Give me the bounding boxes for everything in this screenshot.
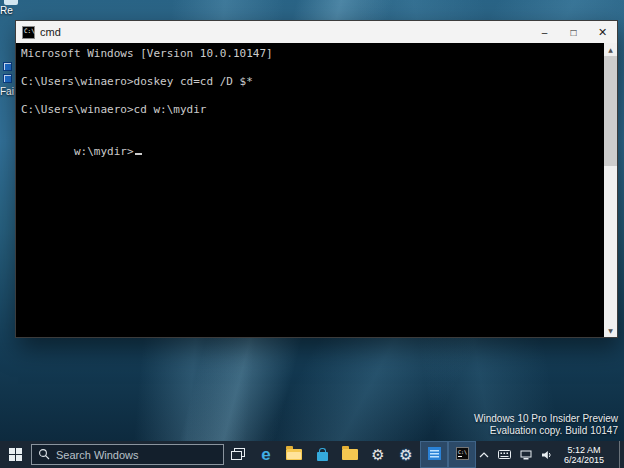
cmd-window: cmd – □ ✕ Microsoft Windows [Version 10.… (15, 20, 618, 338)
network-button[interactable] (520, 450, 532, 460)
window-title: cmd (40, 26, 61, 38)
touch-keyboard-button[interactable] (498, 450, 511, 459)
task-view-button[interactable] (224, 441, 252, 468)
close-button[interactable]: ✕ (588, 21, 617, 43)
tray-date: 6/24/2015 (564, 455, 604, 465)
cmd-icon (22, 26, 35, 39)
volume-icon (541, 450, 553, 460)
console-line: C:\Users\winaero>cd w:\mydir (21, 103, 599, 117)
task-view-icon (231, 446, 245, 464)
tray-time: 5:12 AM (564, 445, 604, 455)
console-line (21, 117, 599, 131)
watermark-line2: Evaluation copy. Build 10147 (474, 425, 618, 437)
tools-button[interactable]: ⚙ (392, 441, 420, 468)
network-icon (520, 450, 532, 460)
console-line (21, 61, 599, 75)
app-window-button[interactable] (420, 441, 448, 468)
desktop-icon-label: Re (0, 5, 13, 16)
app-window-icon (428, 446, 441, 464)
system-tray: 5:12 AM 6/24/2015 (479, 441, 624, 468)
scroll-down-icon[interactable]: ▼ (604, 324, 617, 337)
scroll-up-icon[interactable]: ▲ (604, 43, 617, 56)
windows-logo-icon (9, 448, 22, 461)
file-explorer-icon (286, 449, 302, 460)
scrollbar[interactable]: ▲ ▼ (604, 43, 617, 337)
console-prompt: w:\mydir> (74, 145, 134, 158)
clock[interactable]: 5:12 AM 6/24/2015 (562, 445, 606, 465)
desktop-icon-recycle-bin[interactable]: Re (0, 0, 18, 16)
console-line (21, 89, 599, 103)
console-prompt-line: w:\mydir> (21, 131, 599, 173)
cmd-titlebar[interactable]: cmd – □ ✕ (16, 21, 617, 43)
settings-button[interactable]: ⚙ (364, 441, 392, 468)
desktop: Re Fai Windows 10 Pro Insider Preview Ev… (0, 0, 624, 441)
maximize-button[interactable]: □ (559, 21, 588, 43)
file-explorer-button[interactable] (280, 441, 308, 468)
tray-expand-button[interactable] (479, 452, 489, 458)
cmd-icon: C:\ (456, 446, 469, 464)
console-output[interactable]: Microsoft Windows [Version 10.0.10147] C… (16, 43, 617, 337)
watermark: Windows 10 Pro Insider Preview Evaluatio… (474, 413, 618, 437)
keyboard-icon (498, 450, 511, 459)
show-desktop-button[interactable] (619, 441, 624, 468)
shortcut-icon (3, 62, 12, 83)
scrollbar-thumb[interactable] (604, 56, 617, 166)
store-icon (317, 452, 328, 461)
desktop-icon-fai[interactable]: Fai (0, 62, 14, 97)
chevron-up-icon (479, 452, 489, 458)
search-placeholder: Search Windows (56, 449, 139, 461)
gear-icon: ⚙ (371, 447, 384, 462)
search-box[interactable]: Search Windows (31, 444, 224, 465)
store-button[interactable] (308, 441, 336, 468)
taskbar: Search Windows e ⚙ ⚙ C:\ (0, 441, 624, 468)
edge-icon: e (261, 446, 270, 463)
gear-icon: ⚙ (399, 447, 412, 462)
folder-icon (342, 449, 358, 460)
minimize-button[interactable]: – (530, 21, 559, 43)
svg-text:C:\: C:\ (458, 448, 467, 454)
search-icon (38, 446, 50, 464)
cmd-taskbar-button[interactable]: C:\ (448, 441, 476, 468)
console-cursor (135, 153, 142, 155)
console-line: Microsoft Windows [Version 10.0.10147] (21, 47, 599, 61)
folder-button[interactable] (336, 441, 364, 468)
desktop-icon-label: Fai (0, 86, 14, 97)
console-line: C:\Users\winaero>doskey cd=cd /D $* (21, 75, 599, 89)
start-button[interactable] (0, 441, 30, 468)
volume-button[interactable] (541, 450, 553, 460)
edge-button[interactable]: e (252, 441, 280, 468)
watermark-line1: Windows 10 Pro Insider Preview (474, 413, 618, 425)
